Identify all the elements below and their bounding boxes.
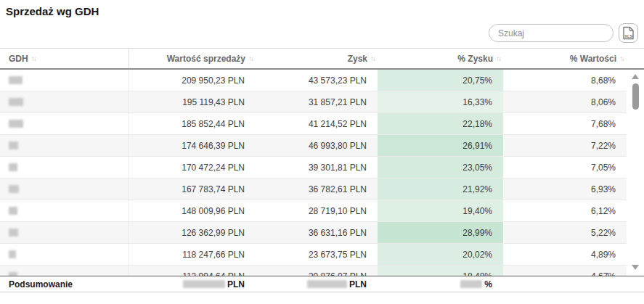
data-table: GDH ↑↓ Wartość sprzedaży ↑↓ Zysk ↑↓ % Zy… [0, 48, 644, 292]
scrollbar[interactable] [627, 70, 644, 276]
cell-pct-wartosci: 7,22% [503, 135, 627, 156]
table-body: 209 950,23 PLN 43 573,23 PLN 20,75% 8,68… [0, 70, 644, 276]
cell-wartosc-sprzedazy: 185 852,44 PLN [129, 113, 256, 134]
xls-file-icon: XLS [622, 26, 635, 40]
cell-gdh [0, 70, 129, 91]
cell-pct-wartosci: 8,06% [503, 91, 627, 112]
cell-pct-wartosci: 5,22% [503, 222, 627, 243]
table-row[interactable]: 185 852,44 PLN 41 214,52 PLN 22,18% 7,68… [0, 113, 627, 135]
cell-pct-wartosci: 6,12% [503, 200, 627, 221]
summary-label: Podsumowanie [0, 276, 129, 292]
redacted-text [9, 272, 17, 276]
summary-pct-zysku: % [378, 276, 503, 292]
scroll-up-arrow-icon[interactable] [632, 74, 639, 79]
cell-pct-wartosci: 7,68% [503, 113, 627, 134]
sort-icon[interactable]: ↑↓ [496, 54, 500, 62]
cell-wartosc-sprzedazy: 170 472,24 PLN [129, 157, 256, 178]
column-header-gdh[interactable]: GDH ↑↓ [0, 49, 129, 68]
redacted-text [9, 185, 19, 193]
toolbar: XLS [489, 23, 638, 43]
table-row[interactable]: 112 994,64 PLN 20 876,07 PLN 18,48% 4,67… [0, 266, 627, 276]
cell-zysk: 36 782,61 PLN [256, 178, 378, 200]
redacted-value [307, 280, 347, 288]
redacted-value [460, 280, 482, 288]
cell-wartosc-sprzedazy: 126 362,99 PLN [129, 222, 256, 243]
table-row[interactable]: 167 783,74 PLN 36 782,61 PLN 21,92% 6,93… [0, 178, 627, 200]
cell-zysk: 41 214,52 PLN [256, 113, 378, 134]
sort-icon[interactable]: ↑↓ [370, 54, 375, 62]
cell-pct-zysku: 16,33% [378, 91, 503, 112]
cell-pct-zysku: 20,75% [378, 70, 503, 91]
cell-pct-zysku: 26,91% [378, 135, 503, 156]
column-label: % Zysku [457, 54, 493, 64]
summary-pct-wartosci [503, 276, 627, 292]
table-row[interactable]: 126 362,99 PLN 36 631,16 PLN 28,99% 5,22… [0, 222, 627, 244]
cell-gdh [0, 157, 129, 178]
svg-text:XLS: XLS [624, 34, 632, 38]
table-row[interactable]: 170 472,24 PLN 39 301,81 PLN 23,05% 7,05… [0, 157, 627, 178]
sort-icon[interactable]: ↑↓ [619, 54, 624, 62]
cell-wartosc-sprzedazy: 112 994,64 PLN [129, 266, 256, 276]
summary-wartosc: PLN [129, 276, 256, 292]
cell-zysk: 39 301,81 PLN [256, 157, 378, 178]
cell-gdh [0, 222, 129, 243]
table-row[interactable]: 148 009,96 PLN 28 719,10 PLN 19,40% 6,12… [0, 200, 627, 222]
column-header-pct-zysku[interactable]: % Zysku ↑↓ [378, 49, 503, 68]
cell-pct-zysku: 20,02% [378, 244, 503, 265]
cell-gdh [0, 244, 129, 265]
table-row[interactable]: 195 119,43 PLN 31 857,21 PLN 16,33% 8,06… [0, 91, 627, 113]
table-row[interactable]: 174 646,39 PLN 46 993,80 PLN 26,91% 7,22… [0, 135, 627, 157]
summary-zysk: PLN [256, 276, 378, 292]
report-panel: Sprzedaż wg GDH XLS GDH ↑↓ Wartość sprze… [0, 0, 644, 304]
currency-suffix: PLN [227, 279, 245, 289]
currency-suffix: PLN [349, 279, 367, 289]
redacted-text [9, 76, 23, 84]
redacted-text [9, 98, 23, 106]
table-row[interactable]: 209 950,23 PLN 43 573,23 PLN 20,75% 8,68… [0, 70, 627, 91]
cell-pct-zysku: 21,92% [378, 178, 503, 200]
search-input[interactable] [489, 24, 614, 42]
column-label: GDH [9, 54, 28, 64]
cell-wartosc-sprzedazy: 148 009,96 PLN [129, 200, 256, 221]
percent-suffix: % [484, 279, 492, 289]
sort-icon[interactable]: ↑↓ [248, 54, 253, 62]
scroll-down-arrow-icon[interactable] [632, 265, 639, 270]
cell-zysk: 23 673,75 PLN [256, 244, 378, 265]
cell-pct-wartosci: 4,89% [503, 244, 627, 265]
export-xls-button[interactable]: XLS [619, 23, 638, 43]
cell-zysk: 46 993,80 PLN [256, 135, 378, 156]
cell-pct-zysku: 22,18% [378, 113, 503, 134]
table-header-row: GDH ↑↓ Wartość sprzedaży ↑↓ Zysk ↑↓ % Zy… [0, 48, 644, 70]
redacted-text [9, 207, 17, 215]
column-header-wartosc-sprzedazy[interactable]: Wartość sprzedaży ↑↓ [129, 49, 256, 68]
redacted-value [183, 280, 225, 288]
column-label: Zysk [348, 54, 367, 64]
cell-zysk: 43 573,23 PLN [256, 70, 378, 91]
cell-gdh [0, 266, 129, 276]
cell-pct-wartosci: 8,68% [503, 70, 627, 91]
sort-icon[interactable]: ↑↓ [31, 54, 36, 62]
redacted-text [9, 250, 16, 258]
cell-pct-wartosci: 4,67% [503, 266, 627, 276]
cell-pct-zysku: 28,99% [378, 222, 503, 243]
column-label: % Wartości [570, 54, 616, 64]
cell-pct-zysku: 18,48% [378, 266, 503, 276]
page-title: Sprzedaż wg GDH [6, 5, 99, 17]
scrollbar-thumb[interactable] [632, 83, 639, 110]
cell-zysk: 28 719,10 PLN [256, 200, 378, 221]
column-header-zysk[interactable]: Zysk ↑↓ [256, 49, 378, 68]
cell-pct-wartosci: 6,93% [503, 178, 627, 200]
cell-zysk: 36 631,16 PLN [256, 222, 378, 243]
cell-wartosc-sprzedazy: 195 119,43 PLN [129, 91, 256, 112]
cell-zysk: 20 876,07 PLN [256, 266, 378, 276]
cell-wartosc-sprzedazy: 209 950,23 PLN [129, 70, 256, 91]
summary-row: Podsumowanie PLN PLN % [0, 276, 644, 292]
column-header-pct-wartosci[interactable]: % Wartości ↑↓ [503, 49, 627, 68]
table-row[interactable]: 118 247,66 PLN 23 673,75 PLN 20,02% 4,89… [0, 244, 627, 266]
cell-pct-zysku: 19,40% [378, 200, 503, 221]
cell-gdh [0, 113, 129, 134]
redacted-text [9, 141, 18, 149]
redacted-text [9, 163, 17, 171]
cell-wartosc-sprzedazy: 118 247,66 PLN [129, 244, 256, 265]
cell-gdh [0, 91, 129, 112]
